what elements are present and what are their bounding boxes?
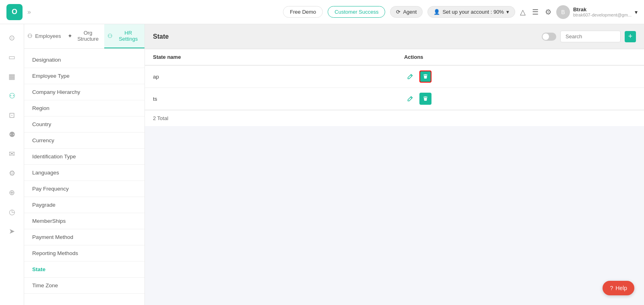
nav-item-languages[interactable]: Languages xyxy=(24,165,144,181)
expand-icon[interactable]: » xyxy=(27,8,31,16)
user-chevron-icon: ▾ xyxy=(635,9,638,15)
state-name-cell: ts xyxy=(145,88,396,110)
table-row: ts xyxy=(145,88,644,110)
table-row: ap xyxy=(145,65,644,88)
actions-cell xyxy=(396,65,644,88)
tv-icon[interactable]: ▭ xyxy=(3,48,21,66)
nav-list: DesignationEmployee TypeCompany Hierarch… xyxy=(24,49,144,297)
page-title: State xyxy=(153,33,169,40)
nav-item-currency[interactable]: Currency xyxy=(24,133,144,149)
actions-cell xyxy=(396,88,644,110)
total-count: 2 Total xyxy=(153,115,168,121)
agent-button[interactable]: ⟳ Agent xyxy=(390,6,423,18)
help-icon: ? xyxy=(610,285,613,291)
org-structure-tab-label: Org Structure xyxy=(75,30,101,42)
nav-item-pay-frequency[interactable]: Pay Frequency xyxy=(24,181,144,197)
panel-tabs: ⚇Employees✦Org Structure⚇HR Settings xyxy=(24,24,144,49)
avatar: B xyxy=(556,5,570,19)
settings-icon[interactable]: ⚙ xyxy=(545,8,551,17)
settings-icon[interactable]: ⚙ xyxy=(3,164,21,182)
tab-hr-settings[interactable]: ⚇HR Settings xyxy=(104,24,144,48)
calendar-icon[interactable]: ▦ xyxy=(3,68,21,85)
top-navigation: O » Free Demo Customer Success ⟳ Agent 👤… xyxy=(0,0,644,24)
table-header: State name Actions xyxy=(145,49,644,65)
nav-item-memberships[interactable]: MemberShips xyxy=(24,213,144,229)
tab-org-structure[interactable]: ✦Org Structure xyxy=(64,24,105,48)
nav-item-paygrade[interactable]: Paygrade xyxy=(24,197,144,213)
state-name-cell: ap xyxy=(145,65,396,88)
left-panel: ⚇Employees✦Org Structure⚇HR Settings Des… xyxy=(24,24,145,305)
help-button[interactable]: ? Help xyxy=(603,281,634,295)
mail-icon[interactable]: ✉ xyxy=(3,145,21,163)
send-icon[interactable]: ➤ xyxy=(3,222,21,240)
nav-item-employee-type[interactable]: Employee Type xyxy=(24,68,144,84)
nav-item-payment-method[interactable]: Payment Method xyxy=(24,229,144,245)
col-state-name: State name xyxy=(145,49,396,65)
delete-button[interactable] xyxy=(419,93,431,105)
employees-tab-label: Employees xyxy=(35,33,61,39)
customer-success-button[interactable]: Customer Success xyxy=(328,6,385,18)
setup-chevron-icon: ▾ xyxy=(506,9,509,15)
org-structure-tab-icon: ✦ xyxy=(68,33,72,39)
alert-icon[interactable]: △ xyxy=(520,8,526,17)
sidebar-icons: ⊙▭▦⚇⊡⚉✉⚙⊕◷➤ xyxy=(0,24,24,305)
nav-item-country[interactable]: Country xyxy=(24,116,144,133)
briefcase-icon[interactable]: ⊡ xyxy=(3,106,21,124)
timer-icon[interactable]: ◷ xyxy=(3,203,21,221)
user-name: Btrak xyxy=(573,6,632,12)
hr-settings-tab-icon: ⚇ xyxy=(107,33,113,39)
col-actions: Actions xyxy=(396,49,644,65)
nav-item-reporting-methods[interactable]: Reporting Methods xyxy=(24,245,144,261)
nav-item-identification-type[interactable]: Identification Type xyxy=(24,149,144,165)
clock-icon[interactable]: ⊙ xyxy=(3,29,21,47)
free-demo-button[interactable]: Free Demo xyxy=(283,6,323,18)
header-right: + xyxy=(542,31,636,42)
group-icon[interactable]: ⚉ xyxy=(3,126,21,143)
table-footer: 2 Total xyxy=(145,110,644,126)
nav-item-region[interactable]: Region xyxy=(24,100,144,116)
setup-button[interactable]: 👤 Set up your account : 90% ▾ xyxy=(427,6,515,18)
employees-tab-icon: ⚇ xyxy=(27,33,33,39)
edit-button[interactable] xyxy=(404,71,416,83)
agent-icon: ⟳ xyxy=(396,9,400,15)
user-info: Btrak btrak607-development@gm... xyxy=(573,6,632,17)
hr-settings-tab-label: HR Settings xyxy=(115,30,141,42)
nav-item-designation[interactable]: Designation xyxy=(24,52,144,68)
nav-item-state[interactable]: State xyxy=(24,261,144,278)
help-label: Help xyxy=(615,285,627,291)
toggle-switch[interactable] xyxy=(542,33,556,41)
search-input[interactable] xyxy=(560,31,621,42)
person-icon[interactable]: ⚇ xyxy=(3,87,21,105)
user-email: btrak607-development@gm... xyxy=(573,12,632,17)
add-button[interactable]: + xyxy=(625,31,636,42)
app-logo: O xyxy=(6,4,23,20)
nav-item-company-hierarchy[interactable]: Company Hierarchy xyxy=(24,84,144,100)
document-icon[interactable]: ☰ xyxy=(532,8,539,17)
nav-item-time-zone[interactable]: Time Zone xyxy=(24,278,144,294)
edit-button[interactable] xyxy=(404,93,416,105)
user-dropdown[interactable]: B Btrak btrak607-development@gm... ▾ xyxy=(556,5,638,19)
admin-icon[interactable]: ⊕ xyxy=(3,184,21,201)
person-setup-icon: 👤 xyxy=(433,9,440,15)
table-body: apts xyxy=(145,65,644,110)
main-content: State + State name Actions apts 2 Total xyxy=(145,24,644,305)
tab-employees[interactable]: ⚇Employees xyxy=(24,24,64,48)
top-nav-icons: △ ☰ ⚙ xyxy=(520,8,551,17)
content-header: State + xyxy=(145,24,644,49)
main-layout: ⊙▭▦⚇⊡⚉✉⚙⊕◷➤ ⚇Employees✦Org Structure⚇HR … xyxy=(0,24,644,305)
delete-button[interactable] xyxy=(419,71,431,83)
state-table: State name Actions apts xyxy=(145,49,644,110)
